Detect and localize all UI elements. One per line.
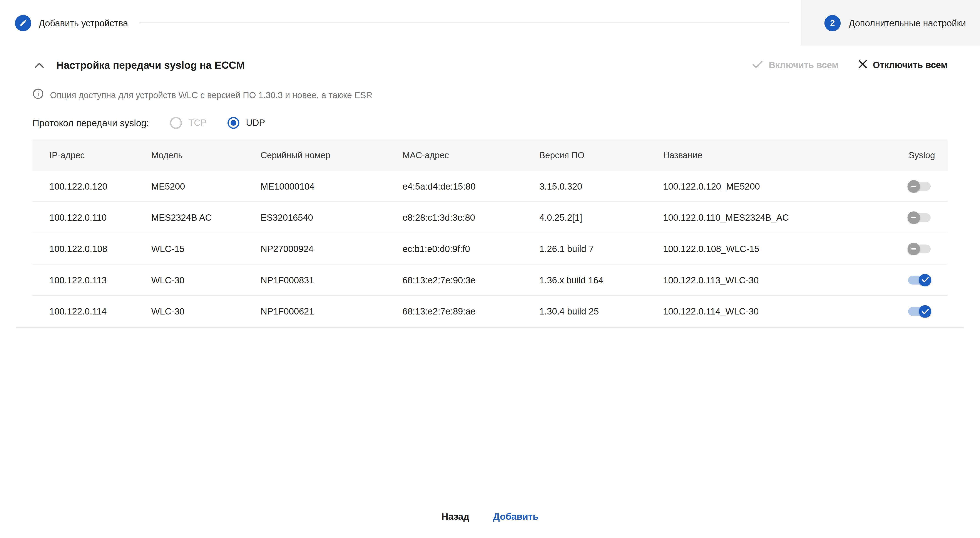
app-window: Добавить устройства 2 Дополнительные нас…	[0, 0, 980, 538]
wizard-footer: Назад Добавить	[0, 511, 980, 522]
table-row: 100.122.0.114 WLC-30 NP1F000621 68:13:e2…	[32, 296, 947, 327]
cell-serial: NP27000924	[261, 244, 402, 254]
cell-serial: ME10000104	[261, 181, 402, 191]
header-serial: Серийный номер	[261, 150, 402, 160]
cell-ip: 100.122.0.114	[32, 307, 151, 316]
disable-all-label: Отключить всем	[873, 60, 947, 70]
collapse-chevron-up-icon[interactable]	[32, 60, 46, 70]
header-name: Название	[663, 150, 892, 160]
cell-model: WLC-30	[151, 275, 261, 285]
header-fw: Версия ПО	[539, 150, 663, 160]
header-ip: IP-адрес	[32, 150, 151, 160]
header-model: Модель	[151, 150, 261, 160]
enable-all-button[interactable]: Включить всем	[752, 60, 838, 70]
syslog-toggle[interactable]	[908, 211, 931, 224]
cell-mac: e8:28:c1:3d:3e:80	[402, 212, 539, 222]
cell-ip: 100.122.0.120	[32, 181, 151, 191]
syslog-toggle[interactable]	[908, 180, 931, 192]
cell-model: MES2324B AC	[151, 212, 261, 222]
table-row: 100.122.0.110 MES2324B AC ES32016540 e8:…	[32, 202, 947, 233]
cell-model: ME5200	[151, 181, 261, 191]
cell-mac: 68:13:e2:7e:90:3e	[402, 275, 539, 285]
cell-name: 100.122.0.113_WLC-30	[663, 275, 892, 285]
cell-fw: 3.15.0.320	[539, 181, 663, 191]
table-header-row: IP-адрес Модель Серийный номер MAC-адрес…	[32, 139, 947, 171]
section-divider	[16, 327, 964, 328]
header-syslog: Syslog	[892, 150, 948, 160]
cell-serial: ES32016540	[261, 212, 402, 222]
radio-udp-label: UDP	[246, 118, 265, 128]
info-icon	[32, 88, 44, 101]
cell-model: WLC-15	[151, 244, 261, 254]
wizard-stepper: Добавить устройства 2 Дополнительные нас…	[0, 0, 980, 46]
section-title: Настройка передачи syslog на ECCM	[56, 59, 245, 71]
cell-fw: 1.30.4 build 25	[539, 307, 663, 316]
cell-model: WLC-30	[151, 307, 261, 316]
syslog-settings-section: Настройка передачи syslog на ECCM Включи…	[0, 56, 980, 328]
pencil-icon	[15, 15, 31, 31]
cell-ip: 100.122.0.108	[32, 244, 151, 254]
check-icon	[752, 60, 762, 70]
cell-ip: 100.122.0.113	[32, 275, 151, 285]
header-mac: MAC-адрес	[402, 150, 539, 160]
radio-circle-tcp	[170, 117, 182, 129]
enable-all-label: Включить всем	[769, 60, 838, 70]
step-add-devices[interactable]: Добавить устройства	[15, 15, 128, 31]
radio-circle-udp	[228, 117, 240, 129]
cell-mac: 68:13:e2:7e:89:ae	[402, 307, 539, 316]
cell-fw: 1.36.x build 164	[539, 275, 663, 285]
cell-name: 100.122.0.120_ME5200	[663, 181, 892, 191]
add-button[interactable]: Добавить	[493, 511, 538, 522]
close-icon	[858, 60, 867, 70]
cell-name: 100.122.0.114_WLC-30	[663, 307, 892, 316]
back-button[interactable]: Назад	[442, 511, 469, 522]
step-additional-settings[interactable]: 2 Дополнительные настройки	[800, 0, 980, 46]
table-row: 100.122.0.120 ME5200 ME10000104 e4:5a:d4…	[32, 171, 947, 202]
step1-label: Добавить устройства	[39, 18, 128, 28]
cell-mac: ec:b1:e0:d0:9f:f0	[402, 244, 539, 254]
cell-ip: 100.122.0.110	[32, 212, 151, 222]
cell-fw: 4.0.25.2[1]	[539, 212, 663, 222]
syslog-toggle[interactable]	[908, 305, 931, 318]
cell-name: 100.122.0.108_WLC-15	[663, 244, 892, 254]
radio-tcp-label: TCP	[188, 118, 207, 128]
radio-tcp[interactable]: TCP	[170, 117, 207, 129]
cell-name: 100.122.0.110_MES2324B_AC	[663, 212, 892, 222]
table-row: 100.122.0.113 WLC-30 NP1F000831 68:13:e2…	[32, 265, 947, 296]
stepper-connector	[139, 22, 789, 23]
info-text: Опция доступна для устройств WLC с верси…	[50, 90, 372, 100]
radio-udp[interactable]: UDP	[228, 117, 265, 129]
cell-serial: NP1F000621	[261, 307, 402, 316]
disable-all-button[interactable]: Отключить всем	[858, 60, 947, 70]
syslog-toggle[interactable]	[908, 274, 931, 286]
step2-label: Дополнительные настройки	[849, 18, 966, 28]
table-row: 100.122.0.108 WLC-15 NP27000924 ec:b1:e0…	[32, 233, 947, 265]
syslog-toggle[interactable]	[908, 243, 931, 255]
cell-fw: 1.26.1 build 7	[539, 244, 663, 254]
protocol-label: Протокол передачи syslog:	[32, 117, 149, 128]
cell-mac: e4:5a:d4:de:15:80	[402, 181, 539, 191]
step2-number-badge: 2	[824, 15, 841, 31]
devices-table: IP-адрес Модель Серийный номер MAC-адрес…	[32, 139, 947, 327]
cell-serial: NP1F000831	[261, 275, 402, 285]
